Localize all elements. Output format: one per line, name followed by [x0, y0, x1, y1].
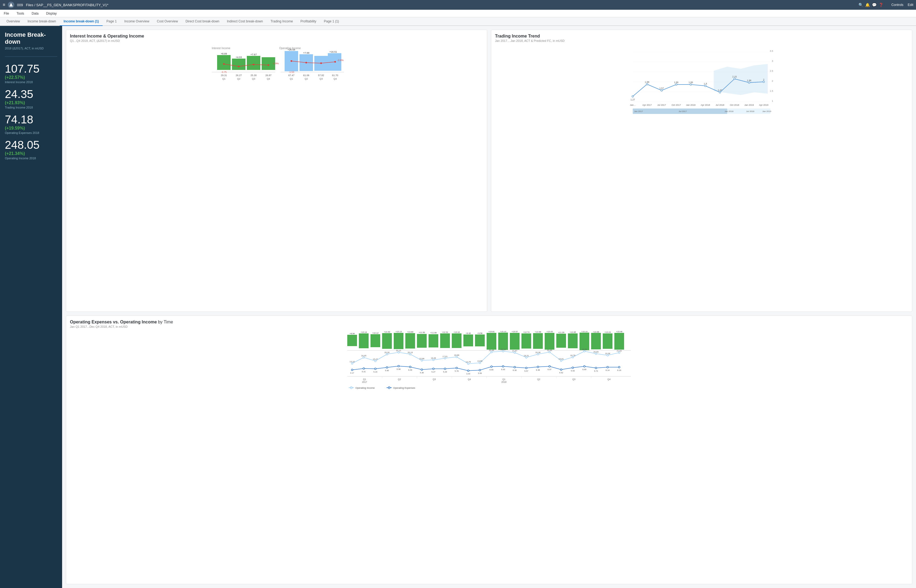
svg-text:18.88: 18.88 [454, 354, 459, 356]
svg-text:Jul 2017: Jul 2017 [657, 104, 666, 107]
operating-expenses-label: Operating Expenses 2018 [5, 131, 57, 134]
menu-tools[interactable]: Tools [15, 11, 25, 15]
svg-text:+10.12: +10.12 [372, 332, 378, 334]
svg-point-76 [719, 92, 721, 93]
svg-rect-4 [217, 55, 231, 70]
tab-trading-income[interactable]: Trading Income [267, 17, 297, 26]
tab-income-breakdown-1[interactable]: Income break-down (1) [60, 17, 103, 26]
svg-text:18.45: 18.45 [361, 354, 367, 357]
svg-text:Q2: Q2 [305, 78, 308, 80]
svg-text:17.61: 17.61 [443, 355, 448, 358]
svg-point-77 [734, 78, 735, 80]
help-icon[interactable]: ❓ [879, 3, 883, 7]
svg-text:+4.03: +4.03 [236, 56, 242, 58]
menu-display[interactable]: Display [45, 11, 58, 15]
svg-text:+8.89: +8.89 [221, 52, 227, 55]
svg-point-40 [334, 61, 336, 63]
svg-text:Q1: Q1 [222, 78, 226, 80]
svg-point-214 [583, 365, 585, 367]
tab-page1[interactable]: Page 1 [103, 17, 120, 26]
svg-text:Q1: Q1 [363, 378, 366, 381]
svg-text:Operating Expenses: Operating Expenses [393, 387, 415, 389]
svg-rect-125 [394, 333, 404, 349]
tab-page1-1[interactable]: Page 1 (1) [320, 17, 343, 26]
svg-rect-129 [440, 333, 450, 348]
svg-point-210 [537, 366, 539, 368]
svg-point-196 [375, 368, 376, 370]
svg-text:Jan 2017: Jan 2017 [634, 110, 643, 113]
svg-text:Q4: Q4 [468, 378, 471, 381]
svg-text:Jan 2019: Jan 2019 [763, 110, 771, 113]
metric-operating-expenses: 74.18 (+19.59%) Operating Expenses 2018 [5, 114, 57, 134]
svg-text:1.47: 1.47 [718, 89, 722, 92]
trading-trend-subtitle: Jan 2017....Jan 2018, ACT & Predicted FC… [495, 39, 908, 42]
operating-income-pct: (+21.34%) [5, 151, 57, 156]
menu-data[interactable]: Data [31, 11, 39, 15]
svg-point-71 [646, 83, 648, 85]
svg-rect-121 [347, 335, 357, 346]
svg-text:+7.99: +7.99 [303, 52, 310, 54]
svg-text:+9.32: +9.32 [466, 332, 471, 334]
svg-text:13.55: 13.55 [477, 360, 483, 362]
controls-button[interactable]: Controls [892, 3, 903, 7]
trading-income-pct: (+21.93%) [5, 100, 57, 105]
interest-chart-subtitle: Q1...Q4 2018, ACT, (Δ2017) in mUSD [70, 39, 483, 42]
chat-icon[interactable]: 💬 [872, 3, 877, 7]
svg-point-194 [351, 369, 353, 371]
svg-text:26.27: 26.27 [236, 74, 242, 77]
svg-text:20.36: 20.36 [535, 351, 541, 354]
trading-income-value: 24.35 [5, 89, 57, 100]
interest-income-label: Interest Income 2018 [5, 81, 57, 84]
svg-text:1.96: 1.96 [747, 79, 751, 82]
menu-file[interactable]: File [3, 11, 10, 15]
op-expenses-subtitle: Jan Q1 2017...Dec Q4 2018, ACT, in mUSD [70, 325, 908, 328]
svg-point-17 [253, 64, 254, 65]
svg-text:Jan...: Jan... [630, 104, 636, 107]
svg-point-217 [619, 366, 620, 368]
svg-text:22.46: 22.46 [489, 349, 494, 352]
svg-text:Oct 2018: Oct 2018 [730, 104, 739, 107]
tab-overview[interactable]: Overview [3, 17, 24, 26]
tab-income-breakdown[interactable]: Income break-down [24, 17, 60, 26]
svg-text:1.86: 1.86 [674, 81, 679, 84]
svg-point-208 [514, 366, 515, 368]
hamburger-icon[interactable]: ≡ [3, 2, 5, 7]
svg-text:1: 1 [772, 100, 773, 102]
search-icon[interactable]: 🔍 [858, 3, 863, 7]
svg-rect-127 [417, 334, 426, 348]
svg-rect-122 [359, 333, 368, 348]
svg-text:2: 2 [763, 78, 764, 81]
notifications-icon[interactable]: 🔔 [865, 3, 870, 7]
interest-operating-chart: Interest Income Operating Income +8.89 -… [70, 45, 483, 121]
svg-text:+15.81: +15.81 [488, 331, 494, 333]
svg-point-15 [223, 63, 225, 65]
svg-text:22.11: 22.11 [396, 349, 401, 352]
sidebar-title-section: Income Break-down 2018 (Δ2017), ACT, in … [5, 31, 57, 50]
tab-profitability[interactable]: Profitability [297, 17, 320, 26]
op-expenses-title-suffix: by Time [158, 320, 173, 325]
menu-bar: File Tools Data Display [0, 10, 916, 17]
tab-cost-overview[interactable]: Cost Overview [153, 17, 182, 26]
tab-indirect-cost[interactable]: Indirect Cost break-down [223, 17, 267, 26]
svg-rect-135 [510, 333, 520, 350]
tab-income-overview[interactable]: Income Overview [120, 17, 153, 26]
svg-rect-139 [556, 334, 566, 348]
svg-text:4.52: 4.52 [559, 372, 563, 374]
svg-text:16.36: 16.36 [431, 357, 436, 359]
svg-text:+11.50: +11.50 [418, 331, 425, 334]
svg-point-78 [748, 82, 750, 83]
svg-text:Apr 2018: Apr 2018 [701, 104, 710, 107]
svg-text:21.62: 21.62 [617, 350, 622, 352]
svg-rect-134 [498, 333, 508, 350]
svg-rect-123 [370, 334, 380, 347]
edit-button[interactable]: Edit [908, 3, 913, 7]
svg-point-16 [238, 66, 239, 67]
user-avatar[interactable] [8, 2, 14, 8]
svg-rect-142 [591, 333, 601, 349]
tab-direct-cost[interactable]: Direct Cost break-down [182, 17, 223, 26]
svg-text:Jul 2018: Jul 2018 [716, 104, 724, 107]
trading-trend-panel: Trading Income Trend Jan 2017....Jan 201… [491, 30, 912, 312]
sidebar-subtitle: 2018 (Δ2017), ACT, in mUSD [5, 47, 57, 50]
operating-expenses-value: 74.18 [5, 114, 57, 125]
svg-point-203 [456, 367, 457, 369]
